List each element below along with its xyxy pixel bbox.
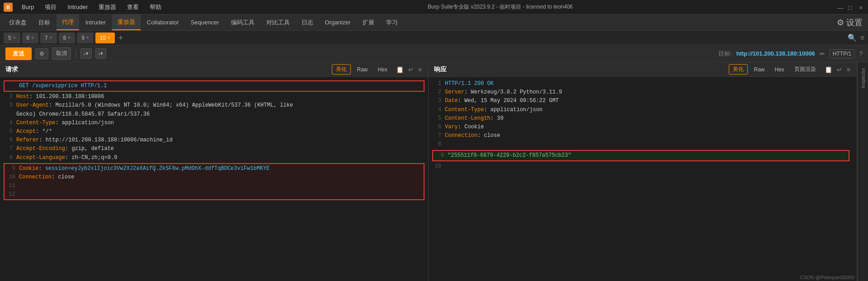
request-panel-tabs: 美化 Raw Hex [332,64,391,75]
settings-button[interactable]: ⚙ 设置 [835,15,864,30]
table-row: 3 User-Agent: Mozilla/5.0 (Windows NT 10… [4,101,425,110]
response-panel: 响应 美化 Raw Hex 页面渲染 📋 ↵ ≡ 1 HTTP/1.1 200 … [429,62,857,281]
table-row: 3 Date: Wed, 15 May 2024 09:56:22 GMT [432,97,853,105]
request-code-content[interactable]: GET /supervipprice HTTP/1.1 2 Host: 101.… [0,77,428,281]
response-code-content[interactable]: 1 HTTP/1.1 200 OK 2 Server: Werkzeug/3.0… [429,77,857,281]
help-icon[interactable]: ? [859,50,863,57]
response-panel-icons: 📋 ↵ ≡ [824,65,851,74]
tab-9[interactable]: 9 × [77,33,94,43]
inspector-label[interactable]: Inspector [860,66,866,90]
menu-burp[interactable]: Burp [20,3,36,11]
tab-5-close[interactable]: × [13,35,16,40]
table-row: 8 Accept-Language: zh-CN,zh;q=0.9 [4,154,425,162]
tab-10[interactable]: 10 × [95,33,115,43]
nav-dashboard[interactable]: 仪表盘 [4,14,32,30]
send-button[interactable]: 发送 [5,47,32,60]
table-row: 10 Connection: close [6,173,422,182]
tab-7-close[interactable]: × [50,35,52,40]
table-row: 9 "255511f8-6679-4229-b2c2-f857a575cb23" [435,151,847,160]
menu-intruder[interactable]: Intruder [66,3,90,11]
resp-wrap-icon[interactable]: ↵ [836,65,843,74]
tab-8-close[interactable]: × [68,35,71,40]
close-button[interactable]: × [859,5,864,10]
req-clipboard-icon[interactable]: 📋 [395,65,405,74]
tab-6[interactable]: 6 × [22,33,39,43]
chevron-right-icon: › [99,51,100,56]
nav-next-button[interactable]: › ▾ [95,48,107,59]
request-highlight-get: GET /supervipprice HTTP/1.1 [4,80,425,92]
footer-text: CSDN @Peterpan00000 [800,275,854,280]
nav-target[interactable]: 目标 [33,14,56,30]
resp-tab-raw[interactable]: Raw [750,65,769,74]
menu-view[interactable]: 查看 [125,2,141,12]
table-row: 11 [6,182,422,190]
table-row: 4 Content-Type: application/json [432,106,853,114]
tab-7[interactable]: 7 × [40,33,57,43]
table-row: 5 Content-Length: 39 [432,114,853,123]
toolbar-right: 目标: http://101.200.138.180:10006 ✏ HTTP/… [718,49,863,58]
title-bar-left: B Burp 项目 Intruder 重放器 查看 帮助 [4,2,163,12]
nav-organizer[interactable]: Organizer [320,14,356,30]
tab-10-close[interactable]: × [108,35,110,40]
nav-logger[interactable]: 日志 [296,14,319,30]
resp-menu-icon[interactable]: ≡ [846,65,851,74]
chevron-left-icon: ‹ [84,51,85,56]
add-tab-button[interactable]: + [117,34,125,42]
resp-tab-pretty[interactable]: 美化 [729,64,748,75]
table-row: 10 [432,162,853,171]
resp-tab-hex[interactable]: Hex [770,65,788,74]
search-icon[interactable]: 🔍 [848,33,857,42]
nav-sequencer[interactable]: Sequencer [185,14,225,30]
tab-8[interactable]: 8 × [59,33,75,43]
toolbar-left: 发送 ⚙ 取消 ‹ ▾ › ▾ [5,47,106,60]
table-row: 2 Server: Werkzeug/3.0.2 Python/3.11.9 [432,88,853,97]
nav-learn[interactable]: 学习 [381,14,403,30]
nav-collaborator[interactable]: Collaborator [142,14,184,30]
main-content: 请求 美化 Raw Hex 📋 ↵ ≡ GET /supervippr [0,62,868,281]
maximize-button[interactable]: □ [848,5,854,10]
tabs-menu-icon[interactable]: ≡ [860,34,864,42]
minimize-button[interactable]: — [837,5,843,10]
menu-repeater[interactable]: 重放器 [97,2,118,12]
nav-decoder[interactable]: 编码工具 [226,14,260,30]
nav-items: 仪表盘 目标 代理 Intruder 重放器 Collaborator Sequ… [4,14,403,30]
tabs-bar: 5 × 6 × 7 × 8 × 9 × 10 × + 🔍 ≡ [0,31,868,45]
cancel-button[interactable]: 取消 [52,47,71,60]
table-row: 9 Cookie: session=eyJyb2xlIjoic3Vw2XJ2aX… [6,164,422,173]
nav-intruder[interactable]: Intruder [80,14,111,30]
nav-extensions[interactable]: 扩展 [357,14,380,30]
req-tab-raw[interactable]: Raw [353,65,372,74]
response-panel-title: 响应 [434,66,447,74]
nav-bar: 仪表盘 目标 代理 Intruder 重放器 Collaborator Sequ… [0,14,868,31]
nav-prev-button[interactable]: ‹ ▾ [80,48,92,59]
app-logo: B [4,3,13,12]
resp-clipboard-icon[interactable]: 📋 [824,65,833,74]
menu-help[interactable]: 帮助 [148,2,163,12]
nav-repeater[interactable]: 重放器 [112,14,141,30]
tab-9-close[interactable]: × [86,35,89,40]
toolbar: 发送 ⚙ 取消 ‹ ▾ › ▾ 目标: http://101.200.138.1… [0,45,868,62]
req-menu-icon[interactable]: ≡ [417,65,423,74]
nav-comparer[interactable]: 对比工具 [261,14,295,30]
http-version[interactable]: HTTP/1 [830,49,854,58]
separator [75,49,76,58]
req-wrap-icon[interactable]: ↵ [407,65,415,74]
response-panel-header: 响应 美化 Raw Hex 页面渲染 📋 ↵ ≡ [429,62,857,77]
req-tab-pretty[interactable]: 美化 [332,64,351,75]
tab-5[interactable]: 5 × [4,33,20,43]
tab-6-close[interactable]: × [31,35,34,40]
table-row: 5 Accept: */* [4,127,425,136]
response-panel-tabs: 美化 Raw Hex 页面渲染 [729,64,820,75]
resp-tab-render[interactable]: 页面渲染 [790,64,820,75]
chevron-down-icon: ▾ [86,51,89,56]
request-highlight-cookie: 9 Cookie: session=eyJyb2xlIjoic3Vw2XJ2aX… [4,163,425,201]
table-row: 6 Referer: http://101.200.138.180:10006/… [4,136,425,145]
window-controls: — □ × [837,5,864,10]
table-row: 6 Vary: Cookie [432,123,853,131]
req-tab-hex[interactable]: Hex [373,65,391,74]
edit-icon[interactable]: ✏ [820,50,825,57]
settings-icon-button[interactable]: ⚙ [35,48,48,59]
nav-proxy[interactable]: 代理 [57,14,79,30]
menu-project[interactable]: 项目 [43,2,58,12]
request-panel-header: 请求 美化 Raw Hex 📋 ↵ ≡ [0,62,428,77]
